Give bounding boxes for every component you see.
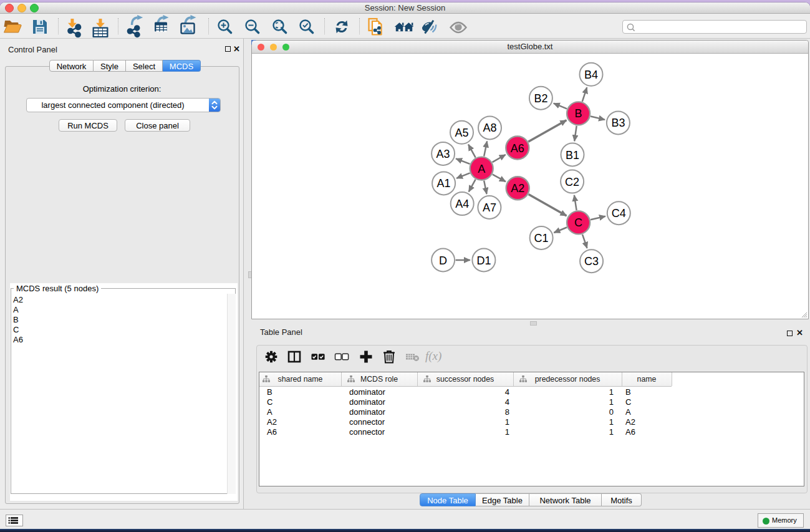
svg-text:A6: A6 (511, 142, 524, 155)
svg-text:B2: B2 (534, 92, 547, 105)
svg-text:B1: B1 (566, 149, 579, 162)
svg-text:B: B (575, 107, 582, 120)
svg-text:C3: C3 (584, 255, 599, 268)
svg-text:A8: A8 (483, 122, 496, 134)
svg-text:C4: C4 (612, 207, 626, 220)
svg-text:D: D (439, 254, 447, 267)
svg-text:C2: C2 (565, 176, 579, 188)
svg-text:D1: D1 (476, 254, 491, 267)
svg-text:A: A (478, 163, 485, 175)
svg-text:A4: A4 (455, 198, 469, 210)
svg-text:A1: A1 (437, 177, 451, 190)
svg-text:A5: A5 (455, 127, 468, 139)
svg-text:B4: B4 (584, 69, 598, 81)
svg-text:C1: C1 (534, 232, 549, 244)
svg-text:A2: A2 (511, 182, 524, 195)
svg-text:A3: A3 (436, 148, 450, 160)
svg-text:B3: B3 (611, 117, 625, 129)
svg-text:C: C (574, 216, 582, 229)
svg-text:A7: A7 (483, 201, 496, 214)
